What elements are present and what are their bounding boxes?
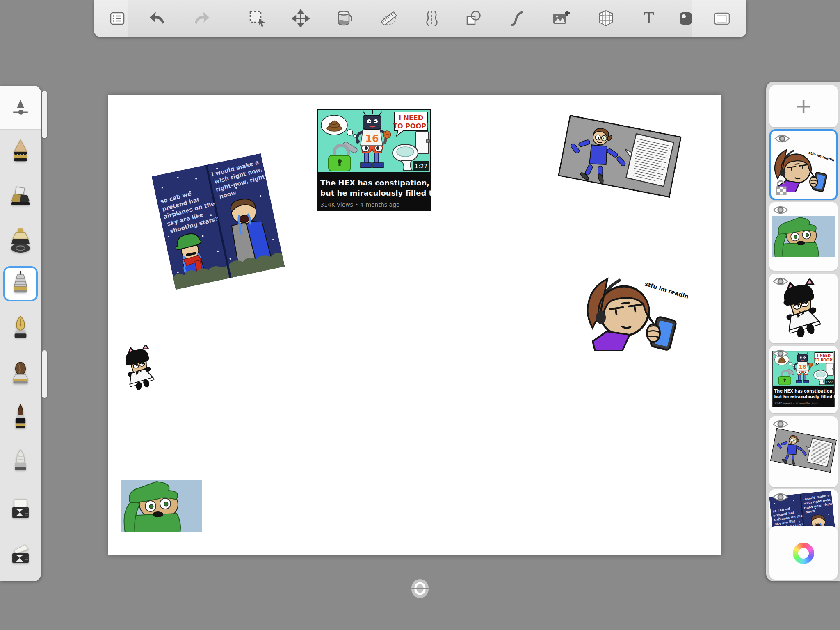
stroke-tool-button[interactable]	[509, 9, 527, 27]
marquee-select-icon	[248, 9, 266, 27]
color-panel	[769, 526, 838, 580]
guides-tool-button[interactable]	[380, 9, 398, 27]
brush-round-brush[interactable]	[9, 361, 32, 387]
corner-puck-button[interactable]	[677, 9, 695, 27]
ruler-icon	[380, 9, 398, 27]
canvas-rotate-puck[interactable]	[411, 579, 429, 598]
toolbar-divider	[128, 0, 128, 37]
layer-item-hex-video[interactable]	[769, 346, 838, 413]
move-arrows-icon	[292, 9, 310, 27]
layer-item-cat-maid[interactable]	[769, 274, 838, 343]
fountain-pen-icon	[9, 315, 32, 341]
brush-airbrush[interactable]	[9, 228, 32, 253]
brush-pastel[interactable]	[9, 449, 32, 474]
brush-palette	[0, 86, 41, 581]
perspective-tool-button[interactable]	[597, 9, 615, 27]
canvas-frame-icon	[713, 9, 731, 27]
brush-pointed-brush[interactable]	[9, 404, 32, 429]
brush-fountain-pen[interactable]	[9, 315, 32, 341]
symmetry-icon	[423, 9, 441, 27]
drawing-canvas[interactable]	[108, 95, 721, 555]
brush-chisel-marker[interactable]	[9, 185, 32, 210]
transform-tool-button[interactable]	[292, 9, 310, 27]
add-image-icon	[552, 9, 570, 27]
eraser-block-icon	[9, 498, 32, 523]
brush-eraser-wedge[interactable]	[9, 542, 32, 568]
pointed-brush-icon	[9, 404, 32, 429]
canvas-image-girl-reading	[583, 265, 688, 351]
ballpoint-pen-icon	[9, 271, 32, 296]
top-toolbar	[94, 0, 746, 37]
symmetry-tool-button[interactable]	[423, 9, 441, 27]
color-wheel-button[interactable]	[793, 543, 814, 564]
text-tool-button[interactable]	[640, 9, 658, 27]
layer-visibility-eye-icon[interactable]	[774, 133, 790, 144]
pencil-icon	[9, 139, 32, 165]
canvas-image-green-character	[121, 480, 202, 532]
brush-settings-puck[interactable]	[0, 86, 41, 130]
pastel-pencil-icon	[9, 449, 32, 474]
menu-list-icon	[108, 9, 126, 27]
layer-item-gray-ragdoll[interactable]	[769, 416, 838, 487]
shapes-tool-button[interactable]	[465, 9, 483, 27]
selection-tool-button[interactable]	[248, 9, 266, 27]
redo-button[interactable]	[193, 9, 211, 27]
layer-thumbnail	[772, 216, 835, 257]
perspective-grid-icon	[597, 9, 615, 27]
layer-visibility-eye-icon[interactable]	[773, 348, 788, 359]
layer-item-green-character[interactable]	[769, 202, 838, 271]
layer-thumbnail	[770, 428, 837, 472]
alpha-lock-icon[interactable]	[775, 180, 788, 195]
canvas-image-cat-maid	[122, 345, 160, 390]
brush-selected-highlight	[3, 266, 38, 301]
chisel-marker-icon	[9, 185, 32, 210]
undo-button[interactable]	[148, 9, 166, 27]
brush-ballpoint-pen-selected[interactable]	[9, 271, 32, 296]
add-layer-button[interactable]: +	[769, 85, 838, 127]
brush-eraser-block[interactable]	[9, 498, 32, 523]
canvas-image-hex-video	[317, 109, 431, 211]
text-icon	[640, 9, 658, 27]
eraser-wedge-icon	[9, 542, 32, 568]
brush-pencil[interactable]	[9, 139, 32, 165]
import-image-button[interactable]	[552, 9, 570, 27]
undo-icon	[148, 9, 166, 27]
layer-visibility-eye-icon[interactable]	[773, 492, 788, 502]
layer-visibility-eye-icon[interactable]	[773, 419, 788, 429]
curve-stroke-icon	[509, 9, 527, 27]
layer-thumbnail	[779, 278, 828, 337]
paint-bucket-icon	[336, 9, 354, 27]
canvas-image-night-comic	[152, 153, 285, 290]
rotate-puck-icon	[411, 579, 429, 598]
fill-tool-button[interactable]	[336, 9, 354, 27]
layers-panel: +	[766, 82, 840, 581]
layer-editor-menu-button[interactable]	[108, 9, 126, 27]
canvas-frame-button[interactable]	[713, 9, 731, 27]
brush-size-opacity-icon	[11, 98, 30, 117]
puck-icon	[677, 9, 695, 27]
sketch-app: T	[0, 0, 840, 630]
redo-icon	[193, 9, 211, 27]
add-layer-plus: +	[796, 94, 811, 119]
layer-visibility-eye-icon[interactable]	[773, 276, 788, 287]
sidebar-scroll-handle-bottom[interactable]	[42, 350, 47, 398]
canvas-image-gray-ragdoll	[558, 115, 682, 198]
round-brush-icon	[9, 361, 32, 387]
sidebar-scroll-handle-top[interactable]	[42, 91, 47, 138]
airbrush-icon	[9, 228, 32, 253]
layer-thumbnail	[772, 351, 835, 407]
layer-visibility-eye-icon[interactable]	[773, 205, 788, 215]
shapes-icon	[465, 9, 483, 27]
layer-item-girl-reading[interactable]	[769, 129, 838, 200]
